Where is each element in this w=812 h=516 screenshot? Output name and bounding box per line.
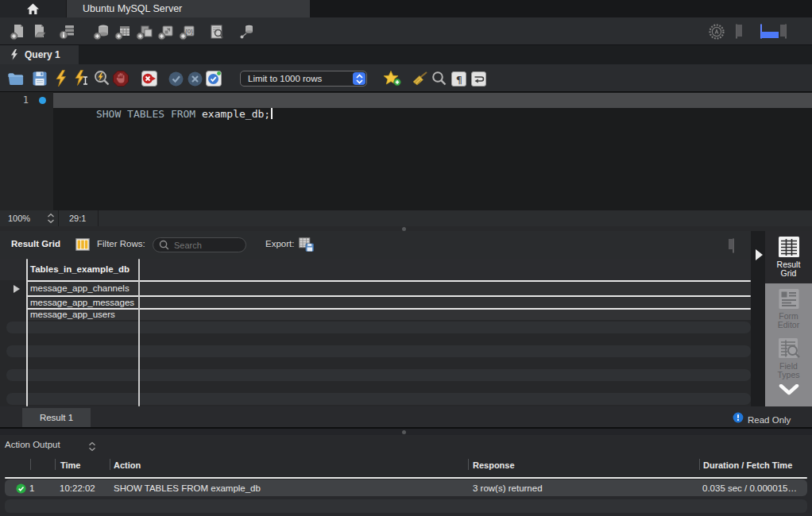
statusbar-divider	[58, 210, 59, 226]
create-table-button[interactable]	[113, 21, 133, 42]
stop-button[interactable]	[110, 68, 131, 89]
output-row-time: 10:22:02	[60, 483, 95, 493]
action-output-selector-stepper[interactable]	[87, 441, 97, 455]
create-view-button[interactable]	[134, 21, 155, 42]
panel-right-icon	[733, 239, 733, 249]
open-file-button[interactable]	[6, 68, 26, 89]
sidebar-item-result-grid[interactable]: Result Grid	[765, 231, 812, 283]
wrap-text-icon	[470, 71, 487, 87]
find-icon	[431, 71, 447, 87]
mysql-workbench-window: Ubuntu MySQL Server	[0, 0, 812, 516]
explain-button[interactable]	[91, 68, 112, 89]
grid-column-line	[138, 259, 140, 406]
export-label: Export:	[265, 239, 294, 248]
create-procedure-button[interactable]	[156, 21, 176, 42]
result-tab-label: Result 1	[40, 413, 73, 422]
toggle-stop-on-error-button[interactable]	[139, 68, 160, 89]
toggle-wrap-text-button[interactable]	[468, 68, 489, 89]
column-header-action[interactable]: Action	[114, 460, 141, 470]
beautify-button[interactable]	[409, 68, 430, 89]
query-tab-label: Query 1	[25, 49, 60, 60]
grid-column-line	[26, 259, 28, 406]
data-transfer-icon	[238, 23, 256, 40]
action-output-title: Action Output	[5, 440, 60, 449]
sidebar-collapse-arrow[interactable]	[756, 249, 763, 260]
stop-on-error-icon	[141, 70, 158, 87]
export-button[interactable]	[299, 237, 314, 255]
sidebar-item-field-types[interactable]: Field Types	[765, 337, 812, 379]
home-tab[interactable]	[0, 0, 66, 17]
create-function-button[interactable]: {0}	[177, 21, 198, 42]
connection-tab-label: Ubuntu MySQL Server	[83, 3, 182, 14]
sidebar-form-editor-icon	[778, 288, 800, 310]
limit-rows-value: Limit to 1000 rows	[248, 74, 353, 83]
open-sql-file-button[interactable]	[29, 21, 49, 42]
toggle-right-sidebar-icon	[785, 25, 786, 37]
column-header-response[interactable]: Response	[473, 460, 515, 470]
sidebar-collapse-icon[interactable]	[779, 384, 799, 399]
search-objects-icon	[208, 23, 226, 40]
enterprise-badge-button[interactable]	[706, 21, 727, 42]
code-line: SHOW TABLES FROM example_db;	[59, 94, 273, 108]
commit-button[interactable]	[165, 68, 186, 89]
search-objects-button[interactable]	[207, 21, 227, 42]
grid-row-separator	[26, 280, 751, 282]
new-snippet-button[interactable]	[382, 68, 403, 89]
sql-editor[interactable]: 1 SHOW TABLES FROM example_db;	[0, 92, 812, 210]
query-tab[interactable]: Query 1	[0, 45, 79, 64]
horizontal-splitter-bottom[interactable]	[0, 429, 812, 435]
toggle-right-sidebar-button[interactable]	[785, 24, 787, 39]
execute-current-button[interactable]	[72, 68, 92, 89]
toggle-bottom-panel-button[interactable]	[760, 24, 762, 39]
table-row[interactable]: message_app_channels	[30, 283, 130, 293]
rollback-button[interactable]	[184, 68, 205, 89]
column-divider	[468, 459, 469, 470]
result-tab[interactable]: Result 1	[22, 408, 91, 427]
empty-grid-row	[6, 393, 751, 405]
server-status-button[interactable]	[57, 21, 78, 42]
window-tab-bar: Ubuntu MySQL Server	[0, 0, 812, 17]
column-header-duration[interactable]: Duration / Fetch Time	[703, 460, 792, 470]
filter-search-field[interactable]	[153, 237, 246, 252]
explain-icon	[93, 70, 110, 87]
connection-tab[interactable]: Ubuntu MySQL Server	[67, 0, 310, 17]
sidebar-item-label: Form Editor	[768, 312, 810, 329]
new-snippet-icon	[383, 70, 402, 87]
sidebar-item-form-editor[interactable]: Form Editor	[765, 288, 812, 329]
save-button[interactable]	[29, 68, 50, 89]
column-divider	[699, 459, 700, 470]
result-grid-toolbar: Result Grid Filter Rows: Export:	[0, 231, 812, 259]
zoom-level: 100%	[8, 214, 30, 223]
execute-button[interactable]	[51, 68, 72, 89]
read-only-icon	[733, 412, 744, 426]
output-row-index: 1	[29, 483, 34, 493]
commit-icon	[168, 71, 184, 87]
grid-row-separator	[26, 295, 751, 297]
open-file-icon	[7, 71, 25, 87]
toggle-invisibles-button[interactable]: ¶	[448, 68, 469, 89]
editor-gutter	[0, 92, 53, 210]
result-tab-bar: Result 1 Read Only	[0, 406, 812, 429]
collapse-right-panel-button[interactable]	[733, 238, 734, 253]
table-row[interactable]: message_app_users	[30, 310, 115, 319]
find-button[interactable]	[429, 68, 450, 89]
filter-search-input[interactable]	[174, 241, 241, 250]
column-header-time[interactable]: Time	[60, 460, 80, 470]
limit-rows-select[interactable]: Limit to 1000 rows	[240, 71, 367, 87]
grid-column-header[interactable]: Tables_in_example_db	[30, 264, 130, 274]
svg-text:¶: ¶	[455, 73, 462, 85]
grid-row-separator	[26, 308, 751, 310]
table-row[interactable]: message_app_messages	[30, 298, 134, 307]
toggle-left-sidebar-button[interactable]	[736, 24, 737, 39]
zoom-stepper[interactable]	[46, 213, 56, 227]
export-icon	[299, 237, 314, 252]
new-query-tab-button[interactable]	[8, 21, 29, 42]
editor-statusbar: 100% 29:1	[0, 210, 812, 226]
create-schema-button[interactable]	[91, 21, 112, 42]
toggle-autocommit-button[interactable]	[203, 68, 224, 89]
stop-icon	[112, 70, 130, 87]
data-transfer-button[interactable]	[237, 21, 257, 42]
result-grid-toolbar-icon[interactable]	[75, 238, 90, 254]
grid-header-row: Tables_in_example_db	[0, 259, 765, 280]
execute-icon	[54, 70, 68, 87]
